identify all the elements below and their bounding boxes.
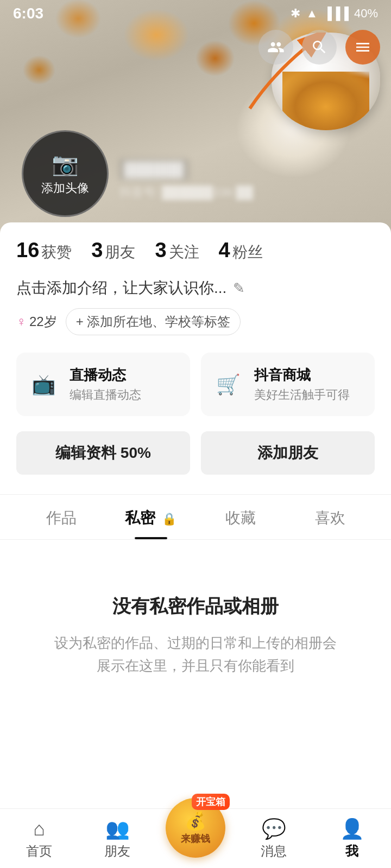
nav-me[interactable]: 👤 我 <box>313 809 391 868</box>
stat-likes-number: 16 <box>16 239 39 262</box>
feature-cards: 📺 直播动态 编辑直播动态 🛒 抖音商城 美好生活触手可得 <box>16 353 375 416</box>
stat-followers-label: 粉丝 <box>232 242 263 263</box>
status-bar: 6:03 ✱ ▲ ▐▐▐ 40% <box>0 0 391 27</box>
live-stream-title: 直播动态 <box>70 366 141 385</box>
bio-text: 点击添加介绍，让大家认识你... <box>16 278 226 298</box>
tab-private-label: 私密 <box>125 509 155 526</box>
bottom-nav: ⌂ 首页 👥 朋友 开宝箱 💰 来赚钱 💬 消息 👤 我 <box>0 808 391 868</box>
user-id-blurred: 抖音号: ██████336 ██ <box>119 184 304 201</box>
tags-row: ♀ 22岁 + 添加所在地、学校等标签 <box>16 308 375 335</box>
signal-icon: ▐▐▐ <box>323 7 349 21</box>
tab-works[interactable]: 作品 <box>16 495 106 539</box>
shop-card[interactable]: 🛒 抖音商城 美好生活触手可得 <box>201 353 375 416</box>
empty-title: 没有私密作品或相册 <box>112 594 279 619</box>
main-content: 16 获赞 3 朋友 3 关注 4 粉丝 点击添加介绍，让大家认识你... ✎ … <box>0 222 391 846</box>
live-stream-subtitle: 编辑直播动态 <box>70 387 141 403</box>
shop-title: 抖音商城 <box>254 366 350 385</box>
earn-money-button[interactable]: 开宝箱 💰 来赚钱 <box>166 798 225 858</box>
tab-private[interactable]: 私密 🔒 <box>106 495 195 539</box>
add-tag-button[interactable]: + 添加所在地、学校等标签 <box>66 308 241 335</box>
edit-profile-button[interactable]: 编辑资料 50% <box>16 431 190 475</box>
friends-button[interactable] <box>258 30 293 65</box>
stat-followers-number: 4 <box>219 239 230 262</box>
nav-spacer <box>16 710 375 775</box>
tab-works-label: 作品 <box>46 509 77 526</box>
stat-following[interactable]: 3 关注 <box>155 239 199 263</box>
earn-badge: 开宝箱 <box>192 794 230 810</box>
nav-home-label: 首页 <box>26 843 52 860</box>
username-area: ██████ 抖音号: ██████336 ██ <box>119 159 304 201</box>
nav-earn[interactable]: 开宝箱 💰 来赚钱 <box>156 809 235 868</box>
live-stream-icon: 📺 <box>27 368 60 401</box>
header-actions <box>258 30 380 65</box>
tab-likes[interactable]: 喜欢 <box>285 495 375 539</box>
gender-icon: ♀ <box>16 314 26 329</box>
messages-icon: 💬 <box>262 818 286 840</box>
nav-messages-label: 消息 <box>261 843 287 860</box>
add-avatar-label: 添加头像 <box>41 180 89 196</box>
lock-icon: 🔒 <box>162 512 176 526</box>
stat-likes[interactable]: 16 获赞 <box>16 239 72 263</box>
earn-btn-container: 开宝箱 💰 来赚钱 <box>166 798 225 858</box>
add-friend-button[interactable]: 添加朋友 <box>201 431 375 475</box>
nav-messages[interactable]: 💬 消息 <box>235 809 313 868</box>
search-button[interactable] <box>302 30 337 65</box>
stat-followers[interactable]: 4 粉丝 <box>219 239 263 263</box>
shop-icon: 🛒 <box>212 368 244 401</box>
age-label: 22岁 <box>29 313 57 330</box>
nav-friends-label: 朋友 <box>104 843 130 860</box>
stat-following-label: 关注 <box>169 242 199 263</box>
status-time: 6:03 <box>13 5 43 22</box>
stat-friends-label: 朋友 <box>105 242 135 263</box>
nav-me-label: 我 <box>345 843 358 860</box>
username-blurred: ██████ <box>119 159 188 180</box>
header-banner: 📷 添加头像 ██████ 抖音号: ██████336 ██ <box>0 0 391 233</box>
stat-following-number: 3 <box>155 239 166 262</box>
bio-row[interactable]: 点击添加介绍，让大家认识你... ✎ <box>16 278 375 298</box>
add-tag-label: + 添加所在地、学校等标签 <box>76 313 231 330</box>
tab-collection-label: 收藏 <box>225 509 256 526</box>
profile-avatar[interactable]: 📷 添加头像 <box>22 130 109 217</box>
me-icon: 👤 <box>340 818 364 840</box>
bluetooth-icon: ✱ <box>291 7 300 21</box>
menu-button[interactable] <box>345 30 380 65</box>
tab-collection[interactable]: 收藏 <box>195 495 285 539</box>
action-buttons: 编辑资料 50% 添加朋友 <box>16 431 375 475</box>
home-icon: ⌂ <box>33 818 45 840</box>
shop-subtitle: 美好生活触手可得 <box>254 387 350 403</box>
nav-home[interactable]: ⌂ 首页 <box>0 809 78 868</box>
wifi-icon: ▲ <box>306 7 318 21</box>
stat-friends-number: 3 <box>91 239 103 262</box>
bio-edit-icon[interactable]: ✎ <box>233 280 245 297</box>
tabs-row: 作品 私密 🔒 收藏 喜欢 <box>0 495 391 539</box>
empty-description: 设为私密的作品、过期的日常和上传的相册会展示在这里，并且只有你能看到 <box>49 632 342 677</box>
stat-likes-label: 获赞 <box>41 242 72 263</box>
stat-friends[interactable]: 3 朋友 <box>91 239 135 263</box>
friends-nav-icon: 👥 <box>105 818 130 840</box>
status-icons: ✱ ▲ ▐▐▐ 40% <box>291 7 378 21</box>
tab-likes-label: 喜欢 <box>315 509 345 526</box>
empty-state: 没有私密作品或相册 设为私密的作品、过期的日常和上传的相册会展示在这里，并且只有… <box>16 540 375 710</box>
stats-row: 16 获赞 3 朋友 3 关注 4 粉丝 <box>16 239 375 263</box>
camera-icon: 📷 <box>52 151 79 177</box>
earn-icon: 💰 <box>185 810 206 831</box>
battery-icon: 40% <box>354 7 378 21</box>
nav-friends[interactable]: 👥 朋友 <box>78 809 156 868</box>
earn-text: 来赚钱 <box>181 832 210 845</box>
live-stream-card[interactable]: 📺 直播动态 编辑直播动态 <box>16 353 190 416</box>
age-tag: ♀ 22岁 <box>16 313 57 330</box>
